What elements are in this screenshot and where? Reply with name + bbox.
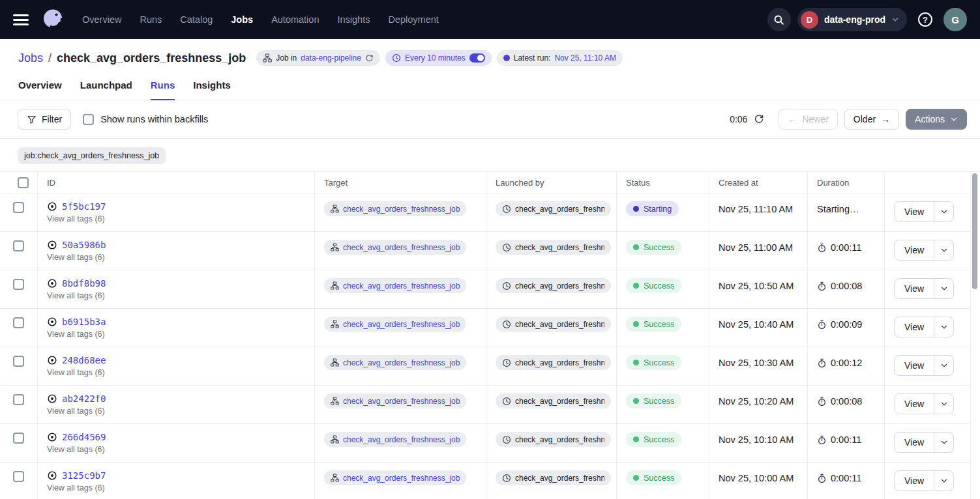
schedule-toggle[interactable]	[469, 53, 485, 63]
nav-item-jobs[interactable]: Jobs	[231, 14, 253, 25]
nav-item-runs[interactable]: Runs	[140, 14, 162, 25]
pipeline-link[interactable]: data-eng-pipeline	[301, 53, 361, 63]
status-label: Success	[644, 474, 674, 483]
vertical-scrollbar-thumb[interactable]	[972, 173, 977, 289]
org-switcher[interactable]: D data-eng-prod	[797, 8, 907, 31]
launched-by-pill[interactable]: check_avg_orders_freshn…	[496, 355, 611, 370]
run-id-link[interactable]: 50a5986b	[62, 240, 106, 250]
run-id-link[interactable]: 8bdf8b98	[62, 278, 106, 289]
filter-button[interactable]: Filter	[18, 109, 71, 130]
id-cell: 3125c9b7 View all tags (6)	[37, 463, 314, 499]
launched-by-pill[interactable]: check_avg_orders_freshn…	[496, 470, 611, 485]
row-checkbox[interactable]	[13, 279, 24, 290]
launched-by-pill[interactable]: check_avg_orders_freshn…	[496, 317, 611, 332]
view-dropdown-button[interactable]	[934, 317, 953, 337]
view-dropdown-button[interactable]	[934, 240, 953, 260]
target-pill[interactable]: check_avg_orders_freshness_job	[324, 432, 466, 447]
created-at: Nov 25, 10:10 AM	[719, 435, 794, 445]
tab-insights[interactable]: Insights	[193, 79, 231, 100]
view-all-tags-link[interactable]: View all tags (6)	[47, 291, 309, 300]
row-checkbox-cell	[0, 270, 37, 308]
tab-runs[interactable]: Runs	[151, 79, 175, 100]
target-pill[interactable]: check_avg_orders_freshness_job	[324, 355, 466, 370]
run-id-link[interactable]: 248d68ee	[62, 355, 106, 365]
target-pill[interactable]: check_avg_orders_freshness_job	[324, 240, 466, 255]
run-id-link[interactable]: 3125c9b7	[62, 470, 106, 481]
created-at-cell: Nov 25, 10:10 AM	[709, 424, 807, 462]
target-pill[interactable]: check_avg_orders_freshness_job	[324, 317, 466, 332]
nav-item-catalog[interactable]: Catalog	[180, 14, 213, 25]
launched-by-pill[interactable]: check_avg_orders_freshn…	[496, 278, 611, 293]
tab-overview[interactable]: Overview	[18, 79, 62, 100]
launched-by-pill[interactable]: check_avg_orders_freshn…	[496, 393, 611, 408]
view-all-tags-link[interactable]: View all tags (6)	[47, 368, 309, 377]
run-target-icon	[47, 278, 57, 289]
view-button[interactable]: View	[895, 240, 934, 260]
actions-button[interactable]: Actions	[906, 109, 967, 130]
view-all-tags-link[interactable]: View all tags (6)	[47, 445, 309, 454]
view-dropdown-button[interactable]	[934, 471, 953, 491]
run-id-link[interactable]: ab2422f0	[62, 393, 106, 404]
search-button[interactable]	[767, 8, 791, 31]
show-backfills-checkbox[interactable]	[83, 114, 94, 125]
launched-by-pill[interactable]: check_avg_orders_freshn…	[496, 432, 611, 447]
row-checkbox[interactable]	[13, 202, 24, 213]
nav-item-deployment[interactable]: Deployment	[388, 14, 438, 25]
help-button[interactable]: ?	[913, 8, 937, 31]
row-checkbox[interactable]	[13, 433, 24, 444]
row-checkbox[interactable]	[13, 394, 24, 405]
sync-icon[interactable]	[365, 54, 374, 63]
id-cell: 50a5986b View all tags (6)	[37, 232, 314, 270]
view-all-tags-link[interactable]: View all tags (6)	[47, 406, 309, 416]
user-avatar[interactable]: G	[943, 8, 967, 31]
view-dropdown-button[interactable]	[934, 202, 953, 221]
row-checkbox[interactable]	[13, 471, 24, 482]
view-all-tags-link[interactable]: View all tags (6)	[47, 214, 309, 223]
nav-item-automation[interactable]: Automation	[271, 14, 319, 25]
launched-by-pill[interactable]: check_avg_orders_freshn…	[496, 201, 611, 216]
view-button[interactable]: View	[895, 202, 934, 221]
row-checkbox[interactable]	[13, 356, 24, 367]
target-pill[interactable]: check_avg_orders_freshness_job	[324, 201, 466, 216]
breadcrumb-jobs-link[interactable]: Jobs	[18, 51, 43, 65]
run-id-link[interactable]: 266d4569	[62, 432, 106, 442]
run-id-link[interactable]: b6915b3a	[62, 317, 106, 327]
target-pill[interactable]: check_avg_orders_freshness_job	[324, 470, 466, 485]
view-dropdown-button[interactable]	[934, 394, 953, 414]
latest-run-link[interactable]: Nov 25, 11:10 AM	[554, 53, 616, 63]
view-button[interactable]: View	[895, 356, 934, 375]
tab-launchpad[interactable]: Launchpad	[80, 79, 132, 100]
view-all-tags-link[interactable]: View all tags (6)	[47, 483, 309, 492]
target-pill[interactable]: check_avg_orders_freshness_job	[324, 278, 466, 293]
nav-item-overview[interactable]: Overview	[82, 14, 121, 25]
refresh-button[interactable]	[754, 114, 764, 124]
older-button[interactable]: Older →	[844, 109, 899, 130]
target-pill[interactable]: check_avg_orders_freshness_job	[324, 393, 466, 408]
row-checkbox[interactable]	[13, 240, 24, 251]
duration-cell: 0:00:09	[807, 309, 884, 347]
view-dropdown-button[interactable]	[934, 356, 953, 375]
target-cell: check_avg_orders_freshness_job	[314, 232, 486, 270]
view-all-tags-link[interactable]: View all tags (6)	[47, 330, 309, 339]
nav-item-insights[interactable]: Insights	[337, 14, 370, 25]
run-id-link[interactable]: 5f5bc197	[62, 201, 106, 212]
duration-cell: 0:00:08	[807, 386, 884, 423]
view-button[interactable]: View	[895, 279, 934, 298]
view-all-tags-link[interactable]: View all tags (6)	[47, 253, 309, 262]
select-all-checkbox[interactable]	[18, 177, 29, 188]
hamburger-menu-icon[interactable]	[13, 14, 29, 25]
created-at-cell: Nov 25, 10:30 AM	[709, 347, 807, 385]
job-filter-chip[interactable]: job:check_avg_orders_freshness_job	[18, 147, 166, 164]
launched-by-pill[interactable]: check_avg_orders_freshn…	[496, 240, 611, 255]
column-header-actions	[884, 172, 970, 193]
view-button[interactable]: View	[895, 317, 934, 337]
view-button[interactable]: View	[895, 394, 934, 414]
created-at-cell: Nov 25, 11:10 AM	[709, 193, 807, 231]
view-dropdown-button[interactable]	[934, 433, 953, 452]
newer-button[interactable]: ← Newer	[779, 109, 837, 130]
view-button[interactable]: View	[895, 471, 934, 491]
row-checkbox-cell	[0, 424, 37, 462]
row-checkbox[interactable]	[13, 317, 24, 328]
view-button[interactable]: View	[895, 433, 934, 452]
view-dropdown-button[interactable]	[934, 279, 953, 298]
